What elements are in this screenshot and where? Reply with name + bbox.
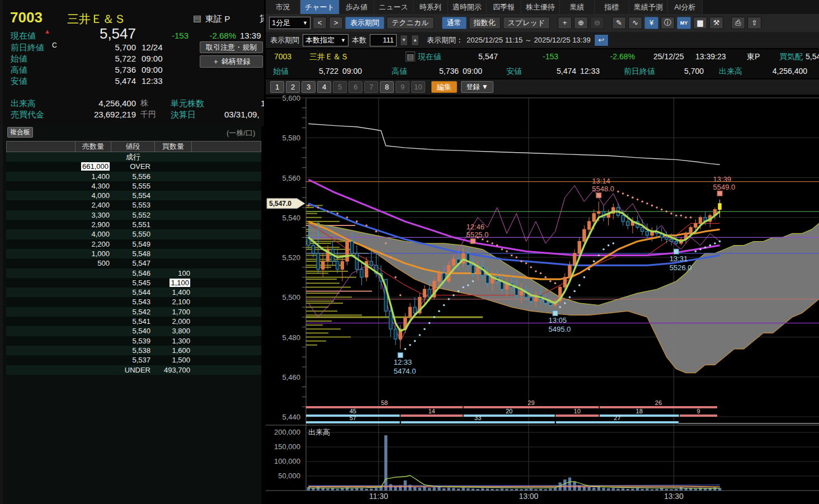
info-date: 25/12/25 — [653, 52, 684, 61]
order-book-row[interactable]: 2,9005,551 — [6, 220, 261, 229]
chart-area[interactable]: 5,6005,5805,5605,5405,5205,5005,4805,460… — [266, 95, 819, 504]
count-up-button[interactable]: ▲ — [411, 35, 419, 46]
order-book-row[interactable]: 4,3005,555 — [6, 181, 261, 191]
register-stock-button[interactable]: ＋ 銘柄登録 — [200, 55, 263, 68]
toolbar-button[interactable]: 表示期間 — [345, 17, 384, 29]
toolbar-button[interactable]: スプレッド — [503, 17, 550, 29]
turnover-unit: 千円 — [140, 110, 156, 120]
tab-1[interactable]: チャート — [300, 0, 340, 14]
order-book-row[interactable]: 5,5381,600 — [6, 346, 261, 355]
order-book-row[interactable]: 5,5391,300 — [6, 336, 261, 346]
toolbar-button[interactable]: 通常 — [442, 17, 467, 29]
order-book-row[interactable]: 1,4005,556 — [6, 172, 261, 181]
yen-icon[interactable]: ¥ — [644, 17, 658, 29]
reset-range-button[interactable]: ↩ — [594, 34, 609, 46]
svg-text:出来高: 出来高 — [308, 428, 330, 436]
interval-dropdown[interactable]: 1分足▼ — [269, 17, 310, 29]
area-chart-icon[interactable]: ▆ — [693, 17, 707, 29]
high-price: 5,736 — [87, 65, 136, 74]
wrench-icon[interactable]: ⚒ — [709, 17, 723, 29]
tab-7[interactable]: 株主優待 — [521, 0, 560, 14]
svg-text:45: 45 — [350, 408, 356, 414]
pencil-icon[interactable]: ✎ — [612, 17, 626, 29]
order-book-row[interactable]: 4,0005,550 — [6, 229, 261, 239]
low-price: 5,474 — [87, 76, 136, 86]
svg-text:20: 20 — [506, 408, 512, 414]
toolbar-button[interactable]: テクニカル — [387, 17, 434, 29]
order-book[interactable]: 売数量 値段 買数量 成行661,000OVER1,4005,5564,3005… — [6, 141, 261, 375]
toolbar-button[interactable]: 指数化 — [469, 17, 501, 29]
svg-text:9: 9 — [696, 408, 700, 414]
order-book-row[interactable]: 5,5432,100 — [6, 297, 261, 307]
svg-text:29: 29 — [528, 399, 534, 406]
tab-10[interactable]: 業績予測 — [629, 0, 668, 14]
tab-0[interactable]: 市況 — [266, 0, 300, 14]
tab-3[interactable]: ニュース — [374, 0, 413, 14]
tab-4[interactable]: 時系列 — [413, 0, 448, 14]
order-book-row[interactable]: 4,0005,554 — [6, 191, 261, 200]
printer-icon[interactable]: ⎙ — [731, 17, 745, 29]
svg-text:5,480: 5,480 — [282, 333, 300, 342]
order-book-row[interactable]: 1,0005,548 — [6, 249, 261, 258]
info-icon[interactable]: ⓘ — [661, 17, 675, 29]
svg-text:5,500: 5,500 — [282, 293, 300, 302]
chart-page-4[interactable]: 4 — [317, 81, 331, 93]
order-book-row[interactable]: 661,000OVER — [6, 162, 261, 171]
col-price: 値段 — [111, 141, 155, 152]
edit-button[interactable]: 編集 — [431, 81, 457, 93]
tab-5[interactable]: 適時開示 — [448, 0, 487, 14]
order-book-row[interactable]: 3,3005,552 — [6, 210, 261, 220]
chart-page-7: 7 — [364, 81, 378, 93]
svg-text:5525.0: 5525.0 — [466, 230, 488, 239]
info-low-time: 12:33 — [580, 67, 600, 76]
col-sell-qty: 売数量 — [76, 141, 111, 152]
composite-board-button[interactable]: 複合板 — [7, 127, 33, 138]
order-book-row[interactable]: 5005,547 — [6, 258, 261, 268]
quote-panel: 7003 三井Ｅ＆Ｓ ▤ 東証 P 貸 現在値 ▲ 5,547 -153 -2.… — [0, 0, 261, 504]
order-book-row[interactable]: 5,5403,800 — [6, 326, 261, 336]
chart-page-8[interactable]: 8 — [380, 81, 394, 93]
prev-close-date: 12/24 — [142, 43, 163, 52]
order-book-row[interactable]: 2,4005,553 — [6, 200, 261, 210]
order-book-row[interactable]: UNDER493,700 — [6, 365, 261, 375]
tab-8[interactable]: 業績 — [560, 0, 595, 14]
info-code: 7003 — [274, 52, 291, 61]
tab-11[interactable]: AI分析 — [668, 0, 703, 14]
high-time: 09:00 — [142, 65, 163, 74]
export-icon[interactable]: ⇧ — [747, 17, 761, 29]
order-book-row[interactable]: 5,5451,100 — [6, 278, 261, 288]
trendline-icon[interactable]: ∿ — [628, 17, 642, 29]
chart-page-3[interactable]: 3 — [302, 81, 316, 93]
plus-icon[interactable]: + — [558, 17, 572, 29]
bar-count-input[interactable]: 111 — [370, 34, 397, 46]
chart-page-1[interactable]: 1 — [270, 81, 284, 93]
board-icon[interactable]: ▤ — [406, 51, 415, 62]
chart-page-2[interactable]: 2 — [286, 81, 300, 93]
candlestick-chart[interactable]: 5,6005,5805,5605,5405,5205,5005,4805,460… — [266, 95, 819, 504]
trade-caution-button[interactable]: 取引注意・規制 — [200, 41, 263, 53]
my-chart-icon[interactable]: MY — [677, 17, 691, 29]
tab-2[interactable]: 歩み値 — [340, 0, 374, 14]
order-book-row[interactable]: 成行 — [6, 152, 261, 162]
order-book-row[interactable]: 5,5371,500 — [6, 355, 261, 365]
prev-button[interactable]: < — [313, 17, 327, 29]
chart-toolbar: 1分足▼ < > 表示期間テクニカル通常指数化スプレッド +⊕⊖✎∿¥ⓘMY▆⚒… — [266, 14, 819, 32]
order-book-row[interactable]: 5,5412,000 — [6, 317, 261, 326]
svg-text:5,440: 5,440 — [282, 413, 300, 421]
zoom-in-icon[interactable]: ⊕ — [574, 17, 588, 29]
tab-6[interactable]: 四季報 — [487, 0, 521, 14]
order-book-row[interactable]: 5,5421,700 — [6, 307, 261, 317]
order-book-row[interactable]: 5,5441,400 — [6, 288, 261, 297]
unit-shares-value: 1 — [261, 98, 264, 108]
order-book-row[interactable]: 5,546100 — [6, 269, 261, 278]
tab-9[interactable]: 指標 — [595, 0, 629, 14]
svg-text:57: 57 — [350, 414, 356, 421]
info-prev-label: 前日終値 — [624, 67, 655, 77]
chart-page-6: 6 — [349, 81, 363, 93]
register-button[interactable]: 登録 ▼ — [461, 81, 493, 93]
period-mode-dropdown[interactable]: 本数指定▼ — [303, 34, 349, 46]
svg-text:5,547.0: 5,547.0 — [269, 200, 291, 208]
order-book-row[interactable]: 2,2005,549 — [6, 239, 261, 249]
next-button[interactable]: > — [329, 17, 343, 29]
count-down-button[interactable]: ▼ — [400, 35, 408, 46]
